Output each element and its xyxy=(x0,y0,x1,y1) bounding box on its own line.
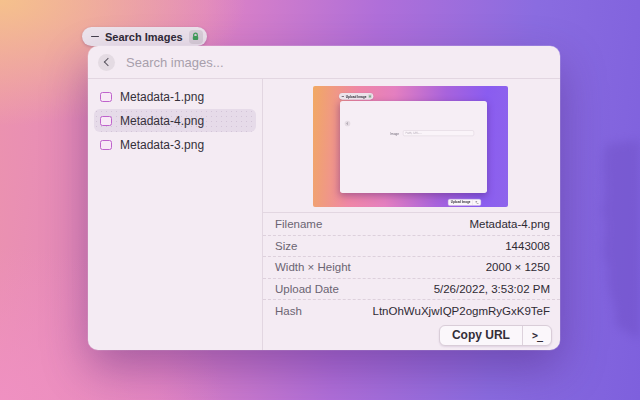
list-item-label: Metadata-4.png xyxy=(120,114,204,128)
wallpaper-silhouette xyxy=(585,140,640,350)
terminal-icon[interactable]: >_ xyxy=(523,326,551,345)
preview-content: Image Upload Image >_ Upload Im xyxy=(313,86,508,207)
preview-path-input xyxy=(403,130,474,136)
chevron-left-icon xyxy=(103,58,111,66)
preview-footer-buttons: Upload Image >_ xyxy=(448,199,481,206)
chevron-left-icon xyxy=(347,122,349,124)
lock-badge xyxy=(368,94,372,98)
image-preview: Image Upload Image >_ Upload Im xyxy=(313,86,508,207)
search-images-pill[interactable]: Search Images xyxy=(82,27,207,46)
metadata-row-filename: Filename Metadata-4.png xyxy=(263,213,560,235)
metadata-table: Filename Metadata-4.png Size 1443008 Wid… xyxy=(263,213,560,321)
metadata-value: 1443008 xyxy=(297,240,550,252)
list-item-label: Metadata-1.png xyxy=(120,90,204,104)
metadata-label: Upload Date xyxy=(275,283,339,295)
metadata-label: Filename xyxy=(275,218,322,230)
metadata-value: Metadata-4.png xyxy=(322,218,550,230)
metadata-label: Width × Height xyxy=(275,261,351,273)
list-item[interactable]: Metadata-1.png xyxy=(94,85,256,108)
list-item-label: Metadata-3.png xyxy=(120,138,204,152)
image-file-icon xyxy=(100,140,112,150)
metadata-row-hash: Hash LtnOhWuXjwIQP2ogmRyGxK9TeF xyxy=(263,299,560,321)
metadata-value: 2000 × 1250 xyxy=(351,261,550,273)
metadata-label: Hash xyxy=(275,305,302,317)
footer-button-group: Copy URL >_ xyxy=(439,325,552,346)
search-images-window: Metadata-1.png Metadata-4.png Metadata-3… xyxy=(88,46,560,350)
lock-icon xyxy=(369,95,372,98)
preview-mini-window: Image Upload Image >_ xyxy=(340,101,487,193)
minus-icon xyxy=(91,36,99,38)
preview-upload-pill: Upload Image xyxy=(339,93,373,100)
back-button[interactable] xyxy=(98,54,115,71)
list-item[interactable]: Metadata-3.png xyxy=(94,133,256,156)
metadata-value: LtnOhWuXjwIQP2ogmRyGxK9TeF xyxy=(302,305,550,317)
preview-area: Image Upload Image >_ Upload Im xyxy=(263,79,560,213)
preview-image-label: Image xyxy=(340,132,399,136)
window-content: Metadata-1.png Metadata-4.png Metadata-3… xyxy=(88,79,560,350)
image-file-icon xyxy=(100,92,112,102)
metadata-value: 5/26/2022, 3:53:02 PM xyxy=(339,283,550,295)
launcher-label: Search Images xyxy=(105,31,183,43)
metadata-row-upload-date: Upload Date 5/26/2022, 3:53:02 PM xyxy=(263,278,560,300)
preview-pill-label: Upload Image xyxy=(346,94,367,98)
lock-badge xyxy=(189,30,203,44)
search-input[interactable] xyxy=(124,54,550,71)
detail-panel: Image Upload Image >_ Upload Im xyxy=(263,79,560,350)
metadata-row-dimensions: Width × Height 2000 × 1250 xyxy=(263,256,560,278)
metadata-row-size: Size 1443008 xyxy=(263,235,560,257)
terminal-icon: >_ xyxy=(473,199,481,205)
preview-upload-button: Upload Image xyxy=(448,199,472,205)
action-footer: Copy URL >_ xyxy=(263,321,560,350)
copy-url-button[interactable]: Copy URL xyxy=(440,326,522,345)
metadata-label: Size xyxy=(275,240,297,252)
preview-back-button xyxy=(345,121,351,127)
results-list: Metadata-1.png Metadata-4.png Metadata-3… xyxy=(88,79,263,350)
list-item-selected[interactable]: Metadata-4.png xyxy=(94,109,256,132)
lock-icon xyxy=(191,32,200,41)
search-bar xyxy=(88,46,560,79)
desktop-wallpaper: Search Images Metadata-1.png xyxy=(0,0,640,400)
image-file-icon xyxy=(100,116,112,126)
